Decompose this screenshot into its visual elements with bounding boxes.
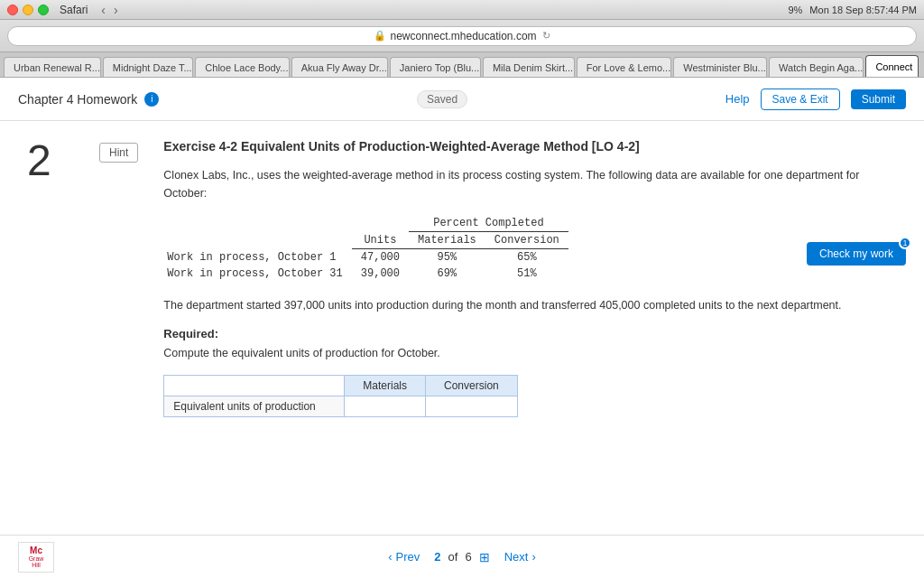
materials-input-cell[interactable] xyxy=(345,396,426,417)
battery-status: 9% xyxy=(788,5,802,15)
input-row: Equivalent units of production xyxy=(164,396,517,417)
maximize-icon[interactable] xyxy=(38,5,49,15)
conversion-input[interactable] xyxy=(426,396,489,416)
app-name: Safari xyxy=(60,4,88,16)
page-info: 2 of 6 ⊞ xyxy=(434,550,489,564)
url-text: newconnect.mheducation.com xyxy=(390,30,536,42)
content-area: Hint Exercise 4-2 Equivalent Units of Pr… xyxy=(99,139,897,417)
required-text: Compute the equivalent units of producti… xyxy=(163,344,897,362)
conversion-input-cell[interactable] xyxy=(426,396,518,417)
close-icon[interactable] xyxy=(7,5,18,15)
check-my-work-button[interactable]: Check my work 1 xyxy=(807,242,906,266)
next-label: Next xyxy=(504,550,529,564)
description: Clonex Labs, Inc., uses the weighted-ave… xyxy=(163,166,897,202)
titlebar: Safari ‹ › 9% Mon 18 Sep 8:57:44 PM xyxy=(0,0,924,20)
exercise-title: Exercise 4-2 Equivalent Units of Product… xyxy=(163,139,897,154)
lock-icon: 🔒 xyxy=(374,30,386,42)
forward-button[interactable]: › xyxy=(111,3,121,17)
check-label: Check my work xyxy=(819,247,893,260)
url-bar[interactable]: 🔒 newconnect.mheducation.com ↻ xyxy=(7,26,917,46)
header-right: Help Save & Exit Submit xyxy=(725,89,906,110)
tab-janiero[interactable]: Janiero Top (Blu... xyxy=(390,57,481,77)
percent-completed-header: Percent Completed xyxy=(409,215,568,232)
middle-text: The department started 397,000 units int… xyxy=(163,296,897,314)
urlbar: 🔒 newconnect.mheducation.com ↻ xyxy=(0,20,924,52)
input-materials-header: Materials xyxy=(345,376,426,396)
input-conversion-header: Conversion xyxy=(426,376,518,396)
row2-conversion: 51% xyxy=(485,266,568,282)
saved-badge: Saved xyxy=(417,90,467,108)
row1-conversion: 65% xyxy=(485,249,568,266)
next-arrow-icon: › xyxy=(531,550,535,564)
current-page: 2 xyxy=(434,550,440,564)
tab-forlove[interactable]: For Love & Lemo... xyxy=(577,57,672,77)
prev-button[interactable]: ‹ Prev xyxy=(388,550,420,564)
prev-label: Prev xyxy=(396,550,420,564)
tab-westminister[interactable]: Westminister Blu... xyxy=(673,57,767,77)
data-table: Percent Completed Units Materials Conver… xyxy=(163,215,568,282)
minimize-icon[interactable] xyxy=(23,5,33,15)
of-label: of xyxy=(448,550,458,564)
page-header: Chapter 4 Homework i Saved Help Save & E… xyxy=(0,78,924,121)
check-badge: 1 xyxy=(899,237,911,249)
materials-input[interactable] xyxy=(345,396,408,416)
table-row: Work in process, October 31 39,000 69% 5… xyxy=(163,266,568,282)
page-title: Chapter 4 Homework xyxy=(18,92,137,107)
tab-urban[interactable]: Urban Renewal R... xyxy=(4,57,101,77)
bottom-nav: Mc Graw Hill ‹ Prev 2 of 6 ⊞ Next › xyxy=(0,535,924,578)
grid-icon[interactable]: ⊞ xyxy=(479,550,490,564)
hint-button[interactable]: Hint xyxy=(99,143,138,163)
row1-units: 47,000 xyxy=(352,249,409,266)
table-row: Work in process, October 1 47,000 95% 65… xyxy=(163,249,568,266)
back-button[interactable]: ‹ xyxy=(98,3,108,17)
tab-watch[interactable]: Watch Begin Aga... xyxy=(769,57,864,77)
required-label: Required: xyxy=(163,327,218,340)
help-button[interactable]: Help xyxy=(725,92,750,106)
tab-akua[interactable]: Akua Fly Away Dr... xyxy=(291,57,388,77)
prev-arrow-icon: ‹ xyxy=(388,550,392,564)
question-number: 2 xyxy=(27,139,51,182)
materials-header: Materials xyxy=(409,232,485,249)
check-my-work-wrap: Check my work 1 xyxy=(807,242,906,266)
main-content: Check my work 1 2 Hint Exercise 4-2 Equi… xyxy=(0,121,924,535)
units-header: Units xyxy=(352,232,409,249)
mcgraw-hill-logo: Mc Graw Hill xyxy=(18,542,54,573)
info-icon[interactable]: i xyxy=(144,92,159,107)
conversion-header: Conversion xyxy=(485,232,568,249)
titlebar-left: Safari ‹ › xyxy=(7,3,121,17)
input-table: Materials Conversion Equivalent units of… xyxy=(163,375,517,417)
row1-materials: 95% xyxy=(409,249,485,266)
tab-mila[interactable]: Mila Denim Skirt... xyxy=(483,57,575,77)
submit-button[interactable]: Submit xyxy=(851,89,906,109)
row1-label: Work in process, October 1 xyxy=(163,249,351,266)
total-pages: 6 xyxy=(465,550,471,564)
traffic-lights xyxy=(7,5,49,15)
tab-chloe[interactable]: Chloe Lace Body... xyxy=(195,57,289,77)
header-left: Chapter 4 Homework i xyxy=(18,92,159,107)
save-exit-button[interactable]: Save & Exit xyxy=(761,89,840,110)
refresh-icon[interactable]: ↻ xyxy=(542,30,550,42)
row2-units: 39,000 xyxy=(352,266,409,282)
next-button[interactable]: Next › xyxy=(504,550,536,564)
row2-label: Work in process, October 31 xyxy=(163,266,351,282)
row2-materials: 69% xyxy=(409,266,485,282)
tabs-bar: Urban Renewal R... Midnight Daze T... Ch… xyxy=(0,52,924,78)
nav-arrows: ‹ › xyxy=(98,3,120,17)
equiv-units-label: Equivalent units of production xyxy=(164,396,345,417)
tab-midnight[interactable]: Midnight Daze T... xyxy=(103,57,194,77)
titlebar-right: 9% Mon 18 Sep 8:57:44 PM xyxy=(788,5,917,15)
datetime: Mon 18 Sep 8:57:44 PM xyxy=(809,5,917,15)
tab-connect[interactable]: Connect xyxy=(865,55,919,77)
